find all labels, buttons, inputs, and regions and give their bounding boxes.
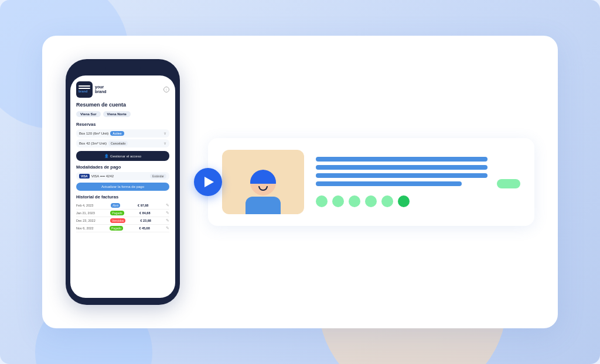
invoice-row-1[interactable]: Feb 4, 2023 Abrir € 97,68 ✎ [76, 202, 169, 210]
payment-title: Modalidades de pago [76, 164, 169, 170]
invoice-badge-1: Abrir [111, 203, 121, 208]
invoice-row-4[interactable]: Nov 6, 2022 Pagado € 45,68 ✎ [76, 225, 169, 232]
play-button[interactable] [194, 168, 222, 196]
video-dot-4 [365, 195, 377, 207]
invoice-amount-4: € 45,68 [139, 226, 149, 230]
phone-screen: brand your brand i Resumen de cuenta Vie… [70, 75, 175, 298]
edit-icon-2: ✎ [166, 211, 169, 215]
logo-line2 [79, 88, 90, 89]
reservations-title: Reservas [76, 122, 169, 127]
reservation-label-1: Box 120 (6m² Unit) [79, 132, 108, 135]
screen-title: Resumen de cuenta [76, 102, 169, 108]
invoice-row-2[interactable]: Jan 21, 2023 Pagado € 84,68 ✎ [76, 210, 169, 217]
invoice-row-3[interactable]: Dec 23, 2022 Vencidos € 23,68 ✎ [76, 217, 169, 225]
access-icon: 👤 [104, 154, 108, 158]
invoice-amount-2: € 84,68 [139, 211, 150, 215]
reservation-badge-2: Cancelado [108, 141, 128, 146]
video-line-3 [316, 173, 488, 178]
access-button-label: Gestionar el acceso [110, 154, 141, 158]
avatar-head [250, 170, 276, 195]
right-panel [208, 138, 534, 226]
video-line-1 [316, 157, 488, 162]
brand-logo-icon: brand [76, 81, 93, 98]
invoice-date-2: Jan 21, 2023 [76, 211, 95, 215]
video-dot-5 [381, 195, 393, 207]
main-card: brand your brand i Resumen de cuenta Vie… [42, 36, 558, 328]
edit-icon-1: ✎ [166, 203, 169, 208]
brand-name-line2: brand [95, 90, 106, 94]
outer-container: brand your brand i Resumen de cuenta Vie… [0, 0, 600, 364]
chevron-icon-1: ∨ [163, 131, 166, 136]
update-payment-button[interactable]: Actualizar la forma de pago [76, 183, 169, 191]
phone-header-row: brand your brand i [76, 81, 169, 98]
brand-name-line1: your [95, 85, 106, 90]
video-lines [316, 157, 488, 186]
brand-name-text: your brand [95, 85, 106, 95]
visa-chip: VISA [79, 174, 90, 178]
invoice-date-1: Feb 4, 2023 [76, 204, 93, 207]
video-line-2 [316, 165, 488, 170]
reservation-item-1[interactable]: Box 120 (6m² Unit) Activo ∨ [76, 129, 169, 138]
tab-viena-sur[interactable]: Viena Sur [76, 111, 101, 117]
invoice-date-3: Dec 23, 2022 [76, 219, 96, 222]
logo-line1 [79, 85, 90, 87]
tab-viena-norte[interactable]: Viena Norte [103, 111, 131, 117]
video-dot-3 [349, 195, 360, 207]
avatar [237, 167, 289, 214]
video-thumbnail [222, 150, 304, 214]
invoice-amount-3: € 23,68 [140, 219, 151, 222]
avatar-smile [258, 186, 268, 191]
invoices-title: Historial de facturas [76, 194, 169, 200]
video-status-tag [497, 179, 520, 188]
video-dots [316, 195, 520, 207]
invoice-amount-1: € 97,68 [138, 204, 148, 207]
payment-badge: Estándar [150, 174, 166, 178]
avatar-hair [250, 170, 276, 184]
info-icon[interactable]: i [163, 87, 169, 92]
video-dot-6-active [398, 195, 410, 207]
phone-mockup: brand your brand i Resumen de cuenta Vie… [66, 59, 180, 305]
phone-notch [105, 66, 141, 72]
logo-brand-text: brand [79, 90, 87, 94]
payment-row: VISA VISA •••• 4242 Estándar [76, 172, 169, 180]
avatar-shirt [246, 197, 281, 214]
video-content [316, 157, 520, 207]
access-button[interactable]: 👤 Gestionar el acceso [76, 151, 169, 161]
reservation-item-2[interactable]: Box 42 (3m² Unit) Cancelado ∨ [76, 139, 169, 147]
video-dot-2 [332, 195, 344, 207]
reservation-badge-1: Activo [110, 131, 124, 136]
chevron-icon-2: ∨ [163, 141, 166, 146]
payment-card-number: VISA •••• 4242 [91, 174, 114, 178]
edit-icon-3: ✎ [166, 218, 169, 223]
video-card [208, 138, 534, 226]
invoice-date-4: Nov 6, 2022 [76, 226, 94, 230]
edit-icon-4: ✎ [166, 226, 169, 231]
video-line-4 [316, 181, 462, 186]
invoice-badge-2: Pagado [110, 211, 124, 215]
video-dot-1 [316, 195, 328, 207]
phone-tabs: Viena Sur Viena Norte [76, 111, 169, 117]
reservation-label-2: Box 42 (3m² Unit) [79, 142, 107, 145]
play-triangle-icon [204, 177, 214, 187]
invoice-badge-4: Pagado [110, 226, 123, 231]
invoice-badge-3: Vencidos [110, 218, 125, 223]
